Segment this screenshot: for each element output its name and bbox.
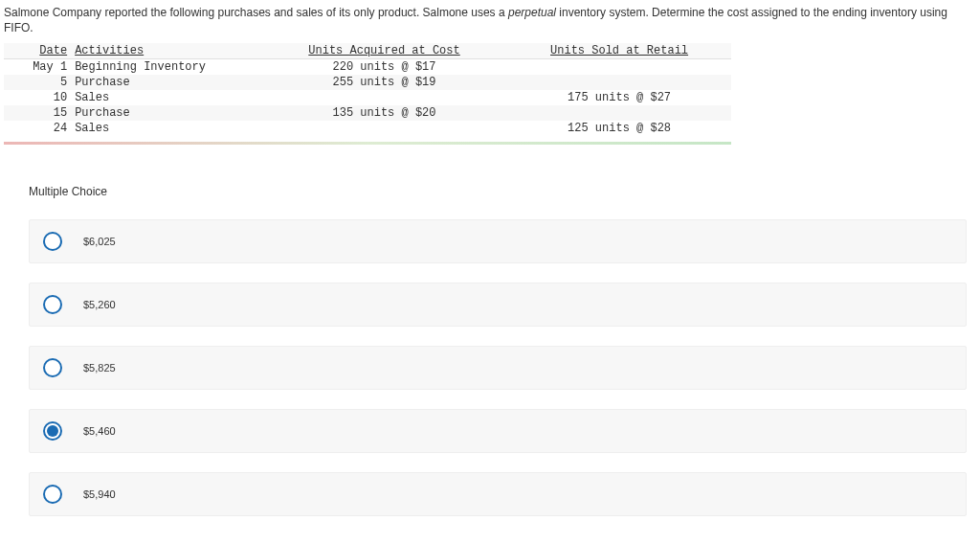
question-italic: perpetual [508, 6, 556, 19]
cell-acquired [261, 90, 507, 105]
table-row: 15 Purchase 135 units @ $20 [4, 105, 731, 121]
cell-sold [507, 59, 731, 76]
multiple-choice-area: Multiple Choice $6,025 $5,260 $5,825 $5,… [0, 185, 980, 516]
header-date: Date [4, 43, 71, 59]
cell-acquired: 255 units @ $19 [261, 75, 507, 90]
mc-option-label: $5,460 [83, 425, 116, 437]
cell-activities: Beginning Inventory [71, 59, 261, 76]
mc-option-1[interactable]: $6,025 [29, 219, 967, 263]
radio-icon[interactable] [43, 485, 62, 504]
radio-icon[interactable] [43, 232, 62, 251]
question-prefix: Salmone Company reported the following p… [4, 6, 508, 19]
cell-activities: Purchase [71, 105, 261, 121]
table-row: 10 Sales 175 units @ $27 [4, 90, 731, 105]
cell-sold: 175 units @ $27 [507, 90, 731, 105]
mc-option-2[interactable]: $5,260 [29, 283, 967, 327]
cell-acquired: 220 units @ $17 [261, 59, 507, 76]
radio-icon[interactable] [43, 358, 62, 377]
mc-option-label: $6,025 [83, 236, 116, 247]
mc-option-label: $5,825 [83, 362, 116, 374]
table-row: 24 Sales 125 units @ $28 [4, 121, 731, 136]
header-acquired: Units Acquired at Cost [261, 43, 507, 59]
inventory-table: Date Activities Units Acquired at Cost U… [4, 43, 731, 136]
cell-date: 10 [4, 90, 71, 105]
cell-sold: 125 units @ $28 [507, 121, 731, 136]
table-row: 5 Purchase 255 units @ $19 [4, 75, 731, 90]
cell-activities: Sales [71, 90, 261, 105]
radio-icon[interactable] [43, 295, 62, 314]
cell-date: 15 [4, 105, 71, 121]
cell-date: 24 [4, 121, 71, 136]
cell-date: 5 [4, 75, 71, 90]
cell-activities: Purchase [71, 75, 261, 90]
table-header-row: Date Activities Units Acquired at Cost U… [4, 43, 731, 59]
mc-option-4[interactable]: $5,460 [29, 409, 967, 453]
cell-activities: Sales [71, 121, 261, 136]
mc-option-label: $5,260 [83, 299, 116, 310]
cell-date: May 1 [4, 59, 71, 76]
question-text: Salmone Company reported the following p… [0, 0, 980, 43]
cell-sold [507, 105, 731, 121]
cell-acquired [261, 121, 507, 136]
divider-rule [4, 142, 731, 145]
mc-option-3[interactable]: $5,825 [29, 346, 967, 390]
cell-sold [507, 75, 731, 90]
header-sold: Units Sold at Retail [507, 43, 731, 59]
mc-title: Multiple Choice [29, 185, 980, 198]
header-activities: Activities [71, 43, 261, 59]
cell-acquired: 135 units @ $20 [261, 105, 507, 121]
table-row: May 1 Beginning Inventory 220 units @ $1… [4, 59, 731, 76]
radio-icon[interactable] [43, 421, 62, 441]
mc-option-label: $5,940 [83, 488, 116, 500]
mc-option-5[interactable]: $5,940 [29, 472, 967, 516]
